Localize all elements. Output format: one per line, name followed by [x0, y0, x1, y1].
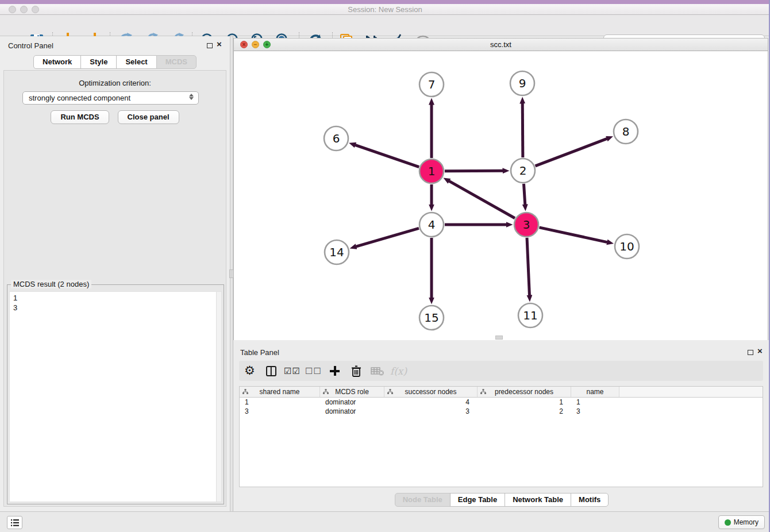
application-window: Session: New Session: [0, 0, 770, 532]
list-icon: [10, 519, 20, 527]
status-bar: Memory: [0, 511, 770, 532]
graph-edge-2-8[interactable]: [536, 138, 607, 165]
cell-shared-name[interactable]: 1: [240, 398, 320, 407]
graph-node-label-3: 3: [523, 218, 530, 232]
network-window-titlebar[interactable]: × − + scc.txt: [234, 38, 768, 51]
node-table[interactable]: shared nameMCDS rolesuccessor nodesprede…: [239, 386, 763, 487]
unchecked-boxes-icon: ☐☐: [305, 366, 322, 376]
graph-node-label-2: 2: [519, 164, 527, 178]
criterion-value: strongly connected component: [29, 94, 130, 102]
table-options-button[interactable]: ⚙: [239, 363, 260, 380]
column-header-shared-name[interactable]: shared name: [240, 387, 320, 397]
network-canvas[interactable]: 7968124314101511: [234, 51, 768, 340]
tab-select[interactable]: Select: [116, 55, 156, 69]
delete-table-button[interactable]: [367, 363, 388, 380]
column-header-MCDS-role[interactable]: MCDS role: [320, 387, 384, 397]
column-header-name[interactable]: name: [571, 387, 619, 397]
column-header-filler: [619, 387, 763, 397]
graph-node-label-9: 9: [519, 76, 526, 90]
control-panel: Control Panel × NetworkStyleSelectMCDS O…: [0, 36, 230, 511]
network-window-title: scc.txt: [234, 40, 768, 49]
graph-edge-3-1[interactable]: [449, 181, 514, 218]
gear-icon: ⚙: [244, 365, 255, 377]
main-toolbar: [0, 15, 770, 36]
table-tab-motifs[interactable]: Motifs: [571, 493, 609, 507]
tab-style[interactable]: Style: [80, 55, 117, 69]
mcds-result-group: MCDS result (2 nodes) 1 3: [7, 284, 224, 504]
graph-edge-3-11[interactable]: [527, 238, 529, 295]
control-panel-tabs: NetworkStyleSelectMCDS: [0, 55, 230, 69]
table-tab-edge-table[interactable]: Edge Table: [450, 493, 505, 507]
function-builder-button[interactable]: f(x): [388, 363, 409, 380]
delete-column-button[interactable]: [345, 363, 367, 380]
table-tab-node-table[interactable]: Node Table: [395, 493, 451, 507]
network-view-window: × − + scc.txt 7968124314101511: [233, 38, 768, 340]
graph-edge-1-2[interactable]: [445, 171, 503, 171]
memory-button[interactable]: Memory: [718, 515, 765, 529]
cell-MCDS-role[interactable]: dominator: [320, 407, 384, 416]
table-panel-title: Table Panel: [240, 348, 279, 357]
graph-node-label-14: 14: [329, 245, 344, 259]
delete-table-icon: [371, 366, 384, 376]
column-header-successor-nodes[interactable]: successor nodes: [384, 387, 478, 397]
desktop-background-strip: [0, 0, 770, 4]
criterion-dropdown[interactable]: strongly connected component: [22, 91, 199, 105]
checked-boxes-icon: ☑☑: [284, 366, 301, 376]
float-panel-icon[interactable]: [207, 43, 213, 48]
horizontal-divider-grip[interactable]: [495, 336, 503, 340]
columns-icon: [266, 366, 276, 376]
table-row[interactable]: 3dominator323: [240, 407, 763, 416]
graph-node-label-10: 10: [619, 240, 634, 253]
cell-predecessor-nodes[interactable]: 2: [478, 407, 571, 416]
cell-name[interactable]: 3: [571, 407, 619, 416]
window-titlebar[interactable]: Session: New Session: [0, 4, 770, 15]
cell-successor-nodes[interactable]: 3: [384, 407, 478, 416]
cell-shared-name[interactable]: 3: [240, 407, 320, 416]
close-panel-icon[interactable]: ×: [217, 39, 222, 49]
cell-predecessor-nodes[interactable]: 1: [478, 398, 571, 407]
cell-MCDS-role[interactable]: dominator: [320, 398, 384, 407]
graph-edge-2-9[interactable]: [522, 103, 523, 157]
memory-label: Memory: [734, 518, 759, 526]
mcds-result-textarea[interactable]: 1 3: [9, 291, 222, 502]
select-all-button[interactable]: ☑☑: [282, 363, 303, 380]
close-panel-button[interactable]: Close panel: [118, 110, 179, 124]
cell-successor-nodes[interactable]: 4: [384, 398, 478, 407]
show-columns-button[interactable]: [260, 363, 282, 380]
graph-edge-4-14[interactable]: [356, 228, 419, 246]
trash-icon: [351, 365, 362, 377]
table-tab-network-table[interactable]: Network Table: [505, 493, 571, 507]
table-body: 1dominator4113dominator323: [240, 398, 763, 416]
graph-node-label-4: 4: [428, 218, 436, 232]
result-scrollbar[interactable]: [216, 292, 221, 502]
table-header-row: shared nameMCDS rolesuccessor nodesprede…: [240, 387, 763, 398]
graph-edge-3-10[interactable]: [539, 228, 607, 242]
tab-mcds[interactable]: MCDS: [156, 55, 197, 69]
memory-status-dot: [725, 519, 731, 526]
plus-icon: [330, 366, 340, 376]
graph-node-label-15: 15: [424, 311, 438, 325]
task-history-button[interactable]: [7, 516, 22, 529]
table-row[interactable]: 1dominator411: [240, 398, 763, 407]
optimization-criterion-label: Optimization criterion:: [0, 79, 230, 87]
graph-node-label-6: 6: [333, 132, 340, 145]
graph-edge-2-3[interactable]: [523, 184, 525, 205]
table-panel-tabs: Node TableEdge TableNetwork TableMotifs: [233, 493, 770, 507]
table-panel-titlebar: Table Panel ×: [233, 345, 770, 360]
float-table-panel-icon[interactable]: [748, 350, 753, 355]
column-header-predecessor-nodes[interactable]: predecessor nodes: [478, 387, 571, 397]
control-panel-title: Control Panel: [8, 41, 53, 50]
fx-icon: f(x): [390, 365, 407, 377]
add-column-button[interactable]: [324, 363, 345, 380]
tab-network[interactable]: Network: [33, 55, 81, 69]
graph-edge-1-6[interactable]: [355, 145, 419, 167]
mcds-result-lines: 1 3: [13, 293, 17, 313]
deselect-all-button[interactable]: ☐☐: [303, 363, 324, 380]
cell-name[interactable]: 1: [571, 398, 619, 407]
session-title: Session: New Session: [0, 5, 770, 14]
table-panel: Table Panel × ⚙ ☑☑ ☐☐: [233, 342, 770, 511]
graph-node-label-8: 8: [622, 125, 630, 138]
chevron-up-down-icon: [189, 94, 194, 100]
run-mcds-button[interactable]: Run MCDS: [51, 110, 109, 124]
close-table-panel-icon[interactable]: ×: [757, 346, 763, 356]
